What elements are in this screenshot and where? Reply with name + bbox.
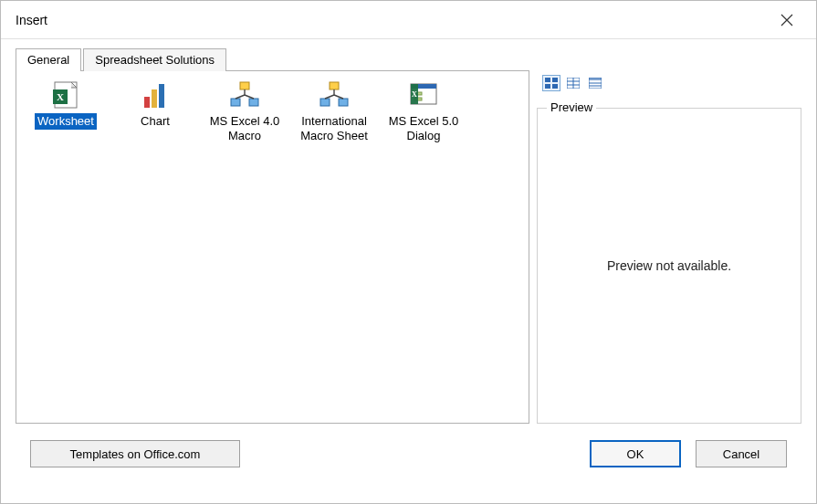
preview-body: Preview not available. — [538, 109, 801, 423]
svg-rect-19 — [552, 78, 558, 82]
close-button[interactable] — [769, 5, 805, 35]
close-icon — [780, 14, 793, 26]
template-label: International Macro Sheet — [292, 113, 376, 145]
preview-message: Preview not available. — [607, 258, 731, 273]
svg-rect-11 — [339, 99, 348, 106]
right-column: Preview Preview not available. — [537, 71, 801, 424]
dialog-title: Insert — [16, 13, 47, 27]
svg-rect-20 — [545, 84, 550, 89]
main-panels: X Worksheet Chart — [16, 71, 801, 424]
insert-dialog: Insert General Spreadsheet Solutions — [0, 0, 817, 504]
footer-right: OK Cancel — [590, 440, 787, 467]
svg-rect-7 — [231, 99, 240, 106]
cancel-button[interactable]: Cancel — [696, 440, 787, 467]
macro-icon — [228, 79, 261, 111]
svg-rect-6 — [240, 82, 249, 89]
templates-online-button[interactable]: Templates on Office.com — [30, 440, 240, 467]
template-label: MS Excel 5.0 Dialog — [382, 113, 466, 145]
large-icons-icon — [545, 78, 558, 89]
template-chart[interactable]: Chart — [111, 77, 199, 131]
dialog-content: General Spreadsheet Solutions X — [1, 39, 816, 503]
svg-text:X: X — [412, 90, 417, 99]
preview-legend: Preview — [547, 100, 596, 114]
svg-rect-5 — [159, 84, 164, 108]
template-label: Worksheet — [35, 113, 97, 130]
svg-rect-8 — [249, 99, 258, 106]
titlebar: Insert — [1, 1, 816, 39]
template-list-panel: X Worksheet Chart — [16, 70, 529, 424]
template-grid: X Worksheet Chart — [22, 77, 523, 147]
svg-rect-27 — [589, 78, 602, 80]
template-label: MS Excel 4.0 Macro — [203, 113, 287, 145]
view-large-icons-button[interactable] — [542, 75, 560, 91]
view-details-button[interactable] — [586, 75, 604, 91]
svg-rect-3 — [144, 97, 150, 108]
worksheet-icon: X — [49, 79, 82, 111]
template-international-macro-sheet[interactable]: International Macro Sheet — [290, 77, 378, 147]
tabstrip: General Spreadsheet Solutions — [16, 48, 801, 71]
dialog-footer: Templates on Office.com OK Cancel — [16, 424, 801, 484]
template-label: Chart — [138, 113, 173, 130]
svg-rect-4 — [152, 89, 157, 108]
svg-rect-21 — [552, 84, 558, 89]
template-worksheet[interactable]: X Worksheet — [22, 77, 110, 131]
svg-rect-10 — [320, 99, 330, 106]
chart-icon — [139, 79, 172, 111]
ok-button[interactable]: OK — [590, 440, 681, 467]
template-ms-excel-4-macro[interactable]: MS Excel 4.0 Macro — [201, 77, 288, 147]
list-icon — [567, 78, 580, 89]
dialog-icon: X — [407, 79, 440, 111]
tab-general[interactable]: General — [16, 48, 81, 71]
international-macro-icon — [318, 79, 351, 111]
view-list-button[interactable] — [564, 75, 582, 91]
details-icon — [589, 78, 602, 89]
tab-spreadsheet-solutions[interactable]: Spreadsheet Solutions — [83, 48, 226, 71]
footer-left: Templates on Office.com — [30, 440, 240, 467]
template-ms-excel-5-dialog[interactable]: X MS Excel 5.0 Dialog — [380, 77, 467, 147]
preview-group: Preview Preview not available. — [537, 108, 801, 424]
svg-rect-9 — [330, 82, 339, 89]
svg-rect-18 — [545, 78, 550, 82]
view-toggle — [542, 75, 801, 91]
svg-text:X: X — [57, 91, 64, 102]
